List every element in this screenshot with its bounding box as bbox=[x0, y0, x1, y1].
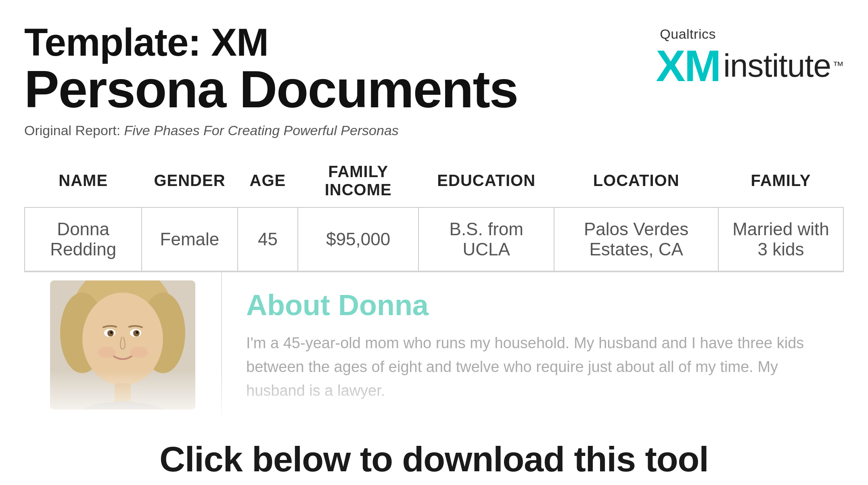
header: Template: XM Persona Documents Original … bbox=[24, 22, 844, 138]
subtitle: Original Report: Five Phases For Creatin… bbox=[24, 123, 518, 138]
col-header-gender: GENDER bbox=[142, 155, 237, 207]
cell-family-income: $95,000 bbox=[298, 207, 418, 271]
svg-point-4 bbox=[82, 293, 163, 385]
svg-point-10 bbox=[136, 331, 138, 334]
logo-xm-letters: XM bbox=[656, 44, 720, 88]
photo-col bbox=[24, 272, 222, 419]
about-title: About Donna bbox=[246, 288, 820, 322]
lower-section: About Donna I'm a 45-year-old mom who ru… bbox=[24, 272, 844, 419]
title-line2: Persona Documents bbox=[24, 63, 518, 115]
about-text: I'm a 45-year-old mom who runs my househ… bbox=[246, 331, 820, 403]
logo-qualtrics: Qualtrics bbox=[660, 26, 716, 42]
cell-gender: Female bbox=[142, 207, 237, 271]
cell-name: Donna Redding bbox=[25, 207, 142, 271]
subtitle-italic: Five Phases For Creating Powerful Person… bbox=[124, 123, 399, 138]
col-header-age: AGE bbox=[238, 155, 298, 207]
cell-family: Married with 3 kids bbox=[718, 207, 843, 271]
title-block: Template: XM Persona Documents Original … bbox=[24, 22, 518, 138]
cta-section: Click below to download this tool bbox=[24, 418, 844, 485]
table-row: Donna Redding Female 45 $95,000 B.S. fro… bbox=[25, 207, 843, 271]
cta-text: Click below to download this tool bbox=[24, 439, 844, 480]
svg-point-12 bbox=[130, 347, 148, 358]
table-header-row: NAME GENDER AGE FAMILY INCOME EDUCATION … bbox=[25, 155, 843, 207]
cell-location: Palos Verdes Estates, CA bbox=[554, 207, 718, 271]
col-header-location: LOCATION bbox=[554, 155, 718, 207]
col-header-family-income: FAMILY INCOME bbox=[298, 155, 418, 207]
persona-avatar bbox=[50, 280, 195, 410]
logo-xm-row: XM institute ™ bbox=[656, 44, 844, 88]
cell-education: B.S. from UCLA bbox=[418, 207, 554, 271]
subtitle-static: Original Report: bbox=[24, 123, 124, 138]
col-header-name: NAME bbox=[25, 155, 142, 207]
svg-point-9 bbox=[110, 331, 113, 334]
logo-block: Qualtrics XM institute ™ bbox=[656, 22, 844, 88]
page-wrapper: Template: XM Persona Documents Original … bbox=[0, 0, 868, 485]
persona-table: NAME GENDER AGE FAMILY INCOME EDUCATION … bbox=[24, 155, 844, 272]
about-wrapper: About Donna I'm a 45-year-old mom who ru… bbox=[24, 272, 844, 419]
logo-tm: ™ bbox=[832, 59, 844, 72]
logo-institute-text: institute bbox=[723, 47, 831, 84]
svg-point-11 bbox=[98, 347, 115, 358]
title-line1: Template: XM bbox=[24, 22, 518, 63]
data-table-wrapper: NAME GENDER AGE FAMILY INCOME EDUCATION … bbox=[24, 155, 844, 272]
cell-age: 45 bbox=[238, 207, 298, 271]
col-header-family: FAMILY bbox=[718, 155, 843, 207]
col-header-education: EDUCATION bbox=[418, 155, 554, 207]
about-col: About Donna I'm a 45-year-old mom who ru… bbox=[222, 272, 844, 419]
